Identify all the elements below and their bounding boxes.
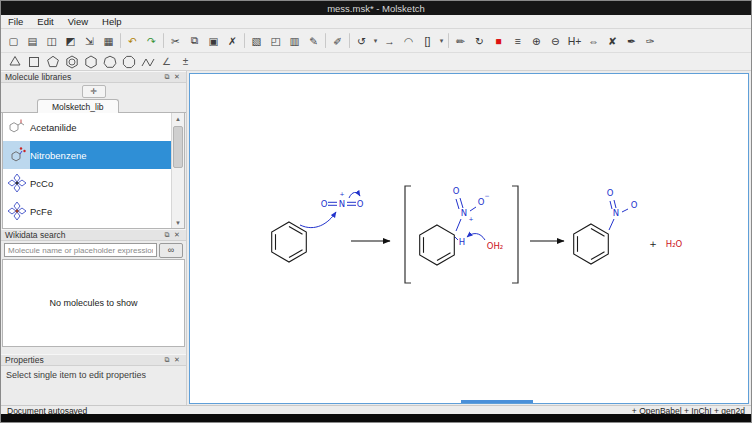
list-item-label: PcFe	[30, 206, 52, 217]
ring-template-8-button[interactable]	[119, 54, 138, 70]
save-as-button[interactable]: ◩	[61, 32, 80, 49]
wikidata-search-input[interactable]	[4, 243, 157, 257]
scroll-down-icon[interactable]: ▼	[172, 217, 184, 228]
svg-text:+: +	[468, 215, 473, 222]
benzene-template-button[interactable]	[62, 54, 81, 70]
insert-table-button[interactable]: ▥	[285, 32, 304, 49]
list-item-pcco[interactable]: PcCo	[3, 169, 184, 197]
title-bar[interactable]: mess.msk* - Molsketch	[1, 1, 751, 15]
list-item-nitrobenzene[interactable]: Nitrobenzene	[3, 141, 184, 169]
list-item-pcfe[interactable]: PcFe	[3, 197, 184, 225]
mechanism-tool-button[interactable]: ✒	[622, 32, 641, 49]
new-document-button[interactable]: ▢	[4, 32, 23, 49]
toolbar-separator	[163, 33, 164, 48]
color-picker-button[interactable]: ✐	[328, 32, 347, 49]
undo-button[interactable]: ↶	[123, 32, 142, 49]
drawing-canvas[interactable]: O N O +	[189, 73, 749, 404]
svg-text:N: N	[613, 208, 619, 218]
menu-help[interactable]: Help	[95, 15, 129, 28]
dock-close-icon[interactable]: ✕	[172, 230, 182, 240]
left-bracket[interactable]	[405, 186, 411, 283]
menu-view[interactable]: View	[61, 15, 95, 28]
library-toolbar: ✛	[1, 83, 186, 99]
bracket-button[interactable]: []	[418, 32, 437, 49]
arenium-intermediate[interactable]: N + O O − H OH₂	[420, 186, 504, 265]
plus-sign: +	[649, 239, 657, 249]
wikidata-search-header[interactable]: Wikidata search ⧉ ✕	[1, 229, 186, 241]
chain-template-button[interactable]	[138, 54, 157, 70]
aromaticity-tool-button[interactable]: ↺	[352, 32, 371, 49]
line-width-button[interactable]: ≡	[508, 32, 527, 49]
print-button[interactable]: ▦	[99, 32, 118, 49]
cut-button[interactable]: ✂	[166, 32, 185, 49]
ring-template-6-button[interactable]	[81, 54, 100, 70]
scroll-up-icon[interactable]: ▲	[172, 113, 184, 124]
svg-text:O: O	[631, 200, 638, 210]
wikidata-search-button[interactable]: ∞	[159, 243, 183, 258]
library-menu-button[interactable]: ✛	[82, 85, 106, 98]
svg-text:+: +	[339, 190, 344, 197]
wikidata-search-title: Wikidata search	[5, 230, 65, 240]
svg-text:O: O	[321, 199, 328, 209]
ring-template-5-button[interactable]	[43, 54, 62, 70]
delete-button[interactable]: ✗	[223, 32, 242, 49]
scrollbar-thumb[interactable]	[173, 126, 183, 168]
dock-close-icon[interactable]: ✕	[172, 355, 182, 365]
svg-text:−: −	[484, 192, 489, 199]
dock-column: Molecule libraries ⧉ ✕ ✛ Molsketch_lib A…	[1, 71, 187, 405]
library-menu-icon: ✛	[90, 87, 97, 96]
tab-molsketch-lib[interactable]: Molsketch_lib	[37, 99, 119, 113]
arrow-type-dropdown[interactable]: ▾	[371, 32, 380, 49]
menu-edit[interactable]: Edit	[30, 15, 60, 28]
properties-hint: Select single item to edit properties	[1, 366, 186, 384]
svg-text:O: O	[607, 188, 614, 198]
insert-image-button[interactable]: ▧	[247, 32, 266, 49]
save-button[interactable]: ◫	[42, 32, 61, 49]
redo-button[interactable]: ↷	[142, 32, 161, 49]
properties-header[interactable]: Properties ⧉ ✕	[1, 354, 186, 366]
copy-button[interactable]: ⧉	[185, 32, 204, 49]
paste-button[interactable]: ▣	[204, 32, 223, 49]
angle-tool-button[interactable]: ∠	[157, 54, 176, 70]
menu-file[interactable]: File	[1, 15, 30, 28]
ring-template-3-button[interactable]	[5, 54, 24, 70]
curved-arrow	[300, 212, 336, 228]
charge-minus-button[interactable]: ⊖	[546, 32, 565, 49]
ring-template-7-button[interactable]	[100, 54, 119, 70]
list-item-label: Acetanilide	[30, 122, 76, 133]
canvas-hscroll-thumb[interactable]	[461, 400, 533, 403]
svg-text:N: N	[339, 199, 345, 209]
bracket-type-dropdown[interactable]: ▾	[437, 32, 446, 49]
molecule-libraries-header[interactable]: Molecule libraries ⧉ ✕	[1, 71, 186, 83]
curved-arrow-button[interactable]: ◠	[399, 32, 418, 49]
insert-frame-button[interactable]: ◰	[266, 32, 285, 49]
color-swatch-button[interactable]: ■	[489, 32, 508, 49]
nitronium-ion[interactable]: O N O +	[300, 190, 364, 228]
export-button[interactable]: ⇲	[80, 32, 99, 49]
reaction-arrow-button[interactable]: →	[380, 32, 399, 49]
dock-close-icon[interactable]: ✕	[172, 72, 182, 82]
svg-text:H: H	[459, 237, 465, 247]
add-hydrogen-button[interactable]: H+	[565, 32, 584, 49]
rotate-tool-button[interactable]: ↻	[470, 32, 489, 49]
open-file-button[interactable]: ▤	[23, 32, 42, 49]
curved-arrow	[467, 234, 485, 240]
water-label[interactable]: H₂O	[666, 239, 683, 249]
charge-plus-button[interactable]: ⊕	[527, 32, 546, 49]
dock-float-icon[interactable]: ⧉	[162, 355, 172, 365]
draw-tool-button[interactable]: ✏	[451, 32, 470, 49]
text-tool-button[interactable]: ✑	[641, 32, 660, 49]
delete-tool-button[interactable]: ✘	[603, 32, 622, 49]
resize-arrow-button[interactable]: ⇔	[584, 32, 603, 49]
toolbar-separator	[325, 33, 326, 48]
dock-float-icon[interactable]: ⧉	[162, 230, 172, 240]
list-item-acetanilide[interactable]: Acetanilide	[3, 113, 184, 141]
benzene-ring[interactable]	[272, 222, 307, 262]
insert-text-button[interactable]: ✎	[304, 32, 323, 49]
dock-float-icon[interactable]: ⧉	[162, 72, 172, 82]
plus-minus-tool-button[interactable]: ±	[176, 54, 195, 70]
nitrobenzene-product[interactable]: N O O	[574, 188, 638, 264]
right-bracket[interactable]	[512, 186, 518, 283]
library-scrollbar[interactable]: ▲ ▼	[171, 113, 184, 228]
ring-template-4-button[interactable]	[24, 54, 43, 70]
